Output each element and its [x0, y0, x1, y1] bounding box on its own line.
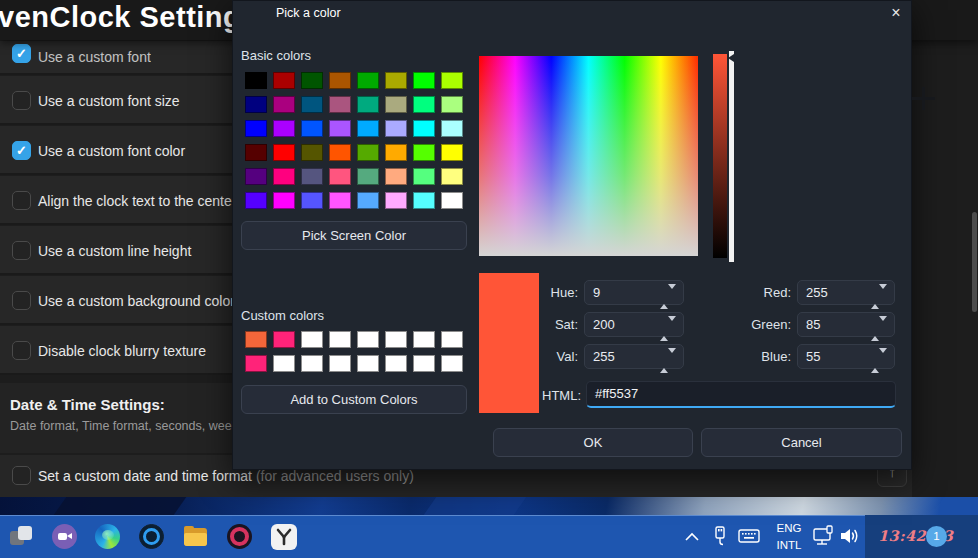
- tray-usb-icon[interactable]: [712, 524, 728, 552]
- basic-color-swatch[interactable]: [413, 96, 435, 113]
- basic-color-swatch[interactable]: [441, 120, 463, 137]
- spinner-arrows-icon[interactable]: [871, 285, 887, 308]
- cancel-button[interactable]: Cancel: [701, 428, 902, 457]
- setting-checkbox[interactable]: ✓: [12, 141, 31, 160]
- basic-color-swatch[interactable]: [273, 144, 295, 161]
- custom-color-swatch[interactable]: [413, 331, 435, 348]
- add-to-custom-colors-button[interactable]: Add to Custom Colors: [241, 385, 467, 414]
- value-slider-groove[interactable]: [729, 51, 734, 262]
- close-icon[interactable]: ×: [886, 3, 906, 23]
- tray-language-indicator[interactable]: ENG INTL: [772, 520, 806, 554]
- basic-color-swatch[interactable]: [245, 120, 267, 137]
- setting-checkbox[interactable]: [12, 341, 31, 360]
- custom-color-swatch[interactable]: [245, 331, 267, 348]
- basic-color-swatch[interactable]: [245, 168, 267, 185]
- edge-browser-icon[interactable]: [95, 524, 121, 550]
- custom-color-swatch[interactable]: [273, 355, 295, 372]
- crosshair-icon[interactable]: [922, 87, 925, 110]
- custom-color-swatch[interactable]: [441, 355, 463, 372]
- file-explorer-icon[interactable]: [183, 524, 209, 550]
- pick-screen-color-button[interactable]: Pick Screen Color: [241, 221, 467, 250]
- custom-color-swatch[interactable]: [245, 355, 267, 372]
- tray-keyboard-icon[interactable]: [738, 528, 760, 548]
- basic-color-swatch[interactable]: [441, 168, 463, 185]
- basic-color-swatch[interactable]: [413, 168, 435, 185]
- basic-color-swatch[interactable]: [245, 192, 267, 209]
- basic-color-swatch[interactable]: [441, 96, 463, 113]
- spinner-arrows-icon[interactable]: [660, 349, 676, 372]
- setting-checkbox[interactable]: [12, 291, 31, 310]
- spinner-arrows-icon[interactable]: [660, 285, 676, 308]
- hue-saturation-gradient[interactable]: [479, 56, 698, 256]
- basic-color-swatch[interactable]: [273, 192, 295, 209]
- spinner-arrows-icon[interactable]: [871, 349, 887, 372]
- custom-color-swatch[interactable]: [329, 331, 351, 348]
- val-field[interactable]: 255: [584, 344, 684, 369]
- setting-checkbox[interactable]: [12, 91, 31, 110]
- basic-color-swatch[interactable]: [385, 72, 407, 89]
- ok-button[interactable]: OK: [493, 428, 693, 457]
- cortana-icon[interactable]: [139, 524, 165, 550]
- basic-color-swatch[interactable]: [329, 120, 351, 137]
- basic-color-swatch[interactable]: [329, 96, 351, 113]
- red-field[interactable]: 255: [797, 280, 895, 305]
- value-slider-handle[interactable]: [728, 54, 734, 62]
- basic-color-swatch[interactable]: [301, 120, 323, 137]
- setting-checkbox[interactable]: ✓: [12, 44, 31, 63]
- basic-color-swatch[interactable]: [329, 72, 351, 89]
- spinner-arrows-icon[interactable]: [871, 317, 887, 340]
- basic-color-swatch[interactable]: [413, 120, 435, 137]
- basic-color-swatch[interactable]: [413, 72, 435, 89]
- basic-color-swatch[interactable]: [357, 72, 379, 89]
- notification-badge[interactable]: 1: [926, 526, 947, 547]
- chat-video-app-icon[interactable]: [52, 524, 78, 550]
- opera-gx-icon[interactable]: [227, 524, 253, 550]
- hue-field[interactable]: 9: [584, 280, 684, 305]
- basic-color-swatch[interactable]: [273, 96, 295, 113]
- elevenclock-taskbar-clock[interactable]: 13:42:13 1: [865, 515, 978, 558]
- basic-color-swatch[interactable]: [357, 168, 379, 185]
- custom-color-swatch[interactable]: [329, 355, 351, 372]
- basic-color-swatch[interactable]: [413, 144, 435, 161]
- sat-field[interactable]: 200: [584, 312, 684, 337]
- basic-color-swatch[interactable]: [385, 120, 407, 137]
- basic-color-swatch[interactable]: [357, 96, 379, 113]
- basic-color-swatch[interactable]: [301, 96, 323, 113]
- custom-color-swatch[interactable]: [273, 331, 295, 348]
- basic-color-swatch[interactable]: [441, 72, 463, 89]
- basic-color-swatch[interactable]: [385, 96, 407, 113]
- basic-color-swatch[interactable]: [385, 144, 407, 161]
- custom-color-swatch[interactable]: [357, 331, 379, 348]
- value-slider[interactable]: [713, 54, 727, 258]
- basic-color-swatch[interactable]: [357, 192, 379, 209]
- basic-color-swatch[interactable]: [301, 144, 323, 161]
- basic-color-swatch[interactable]: [245, 72, 267, 89]
- basic-color-swatch[interactable]: [385, 168, 407, 185]
- custom-color-swatch[interactable]: [441, 331, 463, 348]
- setting-checkbox[interactable]: [12, 191, 31, 210]
- basic-color-swatch[interactable]: [441, 192, 463, 209]
- tray-volume-icon[interactable]: [839, 526, 861, 550]
- basic-color-swatch[interactable]: [329, 192, 351, 209]
- basic-color-swatch[interactable]: [273, 168, 295, 185]
- custom-color-swatch[interactable]: [385, 355, 407, 372]
- green-field[interactable]: 85: [797, 312, 895, 337]
- basic-color-swatch[interactable]: [245, 144, 267, 161]
- settings-scrollbar-thumb[interactable]: [972, 212, 977, 312]
- custom-color-swatch[interactable]: [301, 331, 323, 348]
- basic-color-swatch[interactable]: [329, 168, 351, 185]
- custom-color-swatch[interactable]: [385, 331, 407, 348]
- blue-field[interactable]: 55: [797, 344, 895, 369]
- basic-color-swatch[interactable]: [357, 120, 379, 137]
- task-view-icon[interactable]: [9, 524, 35, 550]
- basic-color-swatch[interactable]: [385, 192, 407, 209]
- custom-color-swatch[interactable]: [413, 355, 435, 372]
- html-color-input[interactable]: #ff5537: [586, 381, 896, 408]
- basic-color-swatch[interactable]: [357, 144, 379, 161]
- custom-color-swatch[interactable]: [357, 355, 379, 372]
- setting-checkbox[interactable]: [12, 241, 31, 260]
- basic-color-swatch[interactable]: [273, 72, 295, 89]
- spinner-arrows-icon[interactable]: [660, 317, 676, 340]
- basic-color-swatch[interactable]: [329, 144, 351, 161]
- basic-color-swatch[interactable]: [413, 192, 435, 209]
